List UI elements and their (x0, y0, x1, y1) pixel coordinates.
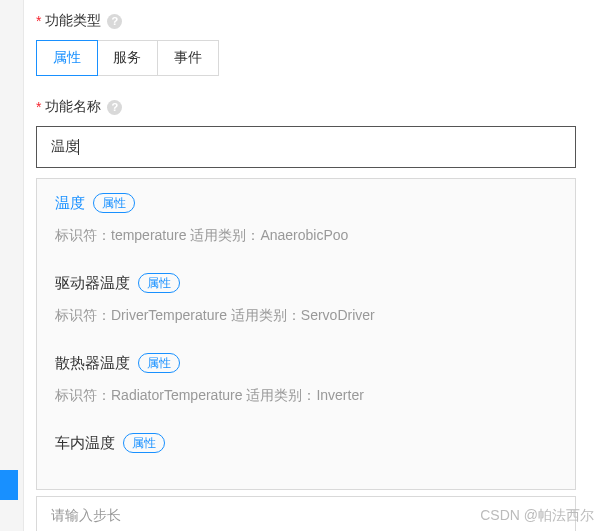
option-title-row: 驱动器温度 属性 (55, 273, 557, 293)
attribute-badge: 属性 (138, 273, 180, 293)
identifier-label: 标识符： (55, 387, 111, 403)
help-icon[interactable]: ? (107, 100, 122, 115)
category-value: AnaerobicPoo (260, 227, 348, 243)
category-label: 适用类别： (186, 227, 260, 243)
required-mark: * (36, 13, 41, 29)
left-panel-button[interactable] (0, 470, 18, 500)
function-name-value: 温度 (51, 138, 79, 156)
attribute-badge: 属性 (123, 433, 165, 453)
option-title-row: 温度 属性 (55, 193, 557, 213)
step-placeholder: 请输入步长 (51, 507, 121, 525)
tab-service[interactable]: 服务 (97, 41, 158, 75)
autocomplete-dropdown: 温度 属性 标识符：temperature 适用类别：AnaerobicPoo … (36, 178, 576, 490)
option-name: 散热器温度 (55, 354, 130, 373)
function-name-input[interactable]: 温度 (36, 126, 576, 168)
function-type-text: 功能类型 (45, 12, 101, 30)
attribute-badge: 属性 (93, 193, 135, 213)
identifier-label: 标识符： (55, 307, 111, 323)
category-value: Inverter (316, 387, 363, 403)
option-title-row: 车内温度 属性 (55, 433, 557, 453)
option-name: 车内温度 (55, 434, 115, 453)
dropdown-scroll[interactable]: 温度 属性 标识符：temperature 适用类别：AnaerobicPoo … (37, 179, 575, 489)
dropdown-option[interactable]: 驱动器温度 属性 标识符：DriverTemperature 适用类别：Serv… (37, 259, 575, 339)
option-name: 温度 (55, 194, 85, 213)
dropdown-option[interactable]: 温度 属性 标识符：temperature 适用类别：AnaerobicPoo (37, 179, 575, 259)
watermark: CSDN @帕法西尔 (480, 507, 594, 525)
function-name-text: 功能名称 (45, 98, 101, 116)
category-label: 适用类别： (227, 307, 301, 323)
text-caret (78, 139, 79, 155)
help-icon[interactable]: ? (107, 14, 122, 29)
category-label: 适用类别： (243, 387, 317, 403)
form-container: * 功能类型 ? 属性 服务 事件 * 功能名称 ? 温度 温度 属性 标识符：… (0, 12, 604, 531)
identifier-label: 标识符： (55, 227, 111, 243)
left-panel-edge (0, 0, 24, 531)
function-type-tabs: 属性 服务 事件 (36, 40, 219, 76)
option-detail: 标识符：DriverTemperature 适用类别：ServoDriver (55, 307, 557, 325)
dropdown-option[interactable]: 车内温度 属性 (37, 419, 575, 459)
identifier-value: RadiatorTemperature (111, 387, 243, 403)
dropdown-option[interactable]: 散热器温度 属性 标识符：RadiatorTemperature 适用类别：In… (37, 339, 575, 419)
category-value: ServoDriver (301, 307, 375, 323)
option-title-row: 散热器温度 属性 (55, 353, 557, 373)
function-type-label: * 功能类型 ? (36, 12, 604, 30)
identifier-value: DriverTemperature (111, 307, 227, 323)
option-detail: 标识符：temperature 适用类别：AnaerobicPoo (55, 227, 557, 245)
tab-event[interactable]: 事件 (158, 41, 218, 75)
function-name-label: * 功能名称 ? (36, 98, 604, 116)
option-name: 驱动器温度 (55, 274, 130, 293)
tab-attribute[interactable]: 属性 (36, 40, 98, 76)
required-mark: * (36, 99, 41, 115)
identifier-value: temperature (111, 227, 186, 243)
attribute-badge: 属性 (138, 353, 180, 373)
option-detail: 标识符：RadiatorTemperature 适用类别：Inverter (55, 387, 557, 405)
